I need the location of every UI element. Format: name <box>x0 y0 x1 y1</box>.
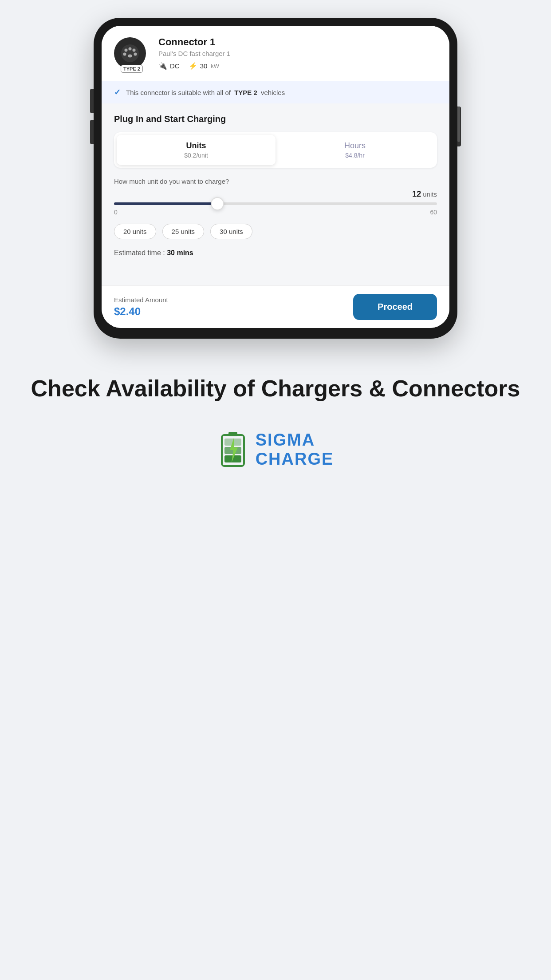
svg-point-3 <box>123 53 126 56</box>
tab-units[interactable]: Units $0.2/unit <box>117 135 276 165</box>
logo: SIGMA CHARGE <box>217 430 334 470</box>
connector-svg-icon <box>120 43 140 63</box>
svg-point-4 <box>134 53 137 56</box>
compat-after: vehicles <box>261 89 285 96</box>
compat-banner: ✓ This connector is suitable with all of… <box>102 81 449 103</box>
phone-screen: TYPE 2 Connector 1 Paul's DC fast charge… <box>102 26 449 328</box>
connector-name: Connector 1 <box>158 36 437 48</box>
bottom-bar: Estimated Amount $2.40 Proceed <box>102 285 449 328</box>
power-value: 30 <box>200 62 208 70</box>
slider-question: How much unit do you want to charge? <box>114 178 437 185</box>
phone-mockup: TYPE 2 Connector 1 Paul's DC fast charge… <box>94 18 457 339</box>
slider-value-row: 12 units <box>114 190 437 199</box>
spec-power: ⚡ 30 kW <box>189 62 219 70</box>
est-time-value: 30 mins <box>167 249 193 257</box>
range-max: 60 <box>430 209 437 216</box>
side-button-left-1 <box>90 89 94 113</box>
chip-20[interactable]: 20 units <box>114 224 156 239</box>
quick-chips: 20 units 25 units 30 units <box>114 224 437 239</box>
estimated-time: Estimated time : 30 mins <box>114 249 437 257</box>
tab-hours-price: $4.8/hr <box>280 152 430 159</box>
type-badge: TYPE 2 <box>121 65 143 73</box>
est-time-prefix: Estimated time : <box>114 249 167 257</box>
amount-section: Estimated Amount $2.40 <box>114 296 168 318</box>
connector-specs: 🔌 DC ⚡ 30 kW <box>158 62 437 70</box>
slider-range-row: 0 60 <box>114 209 437 216</box>
tab-units-price: $0.2/unit <box>121 152 271 159</box>
power-unit: kW <box>211 63 219 69</box>
svg-point-5 <box>129 47 132 51</box>
screen-content: TYPE 2 Connector 1 Paul's DC fast charge… <box>102 26 449 328</box>
lightning-icon: ⚡ <box>189 62 197 70</box>
svg-point-2 <box>133 49 136 52</box>
headline: Check Availability of Chargers & Connect… <box>31 374 520 403</box>
compat-text: This connector is suitable with all of T… <box>126 89 285 96</box>
amount-value: $2.40 <box>114 305 168 318</box>
slider-value: 12 <box>412 190 421 199</box>
compat-before: This connector is suitable with all of <box>126 89 231 96</box>
svg-point-1 <box>125 49 128 52</box>
tab-hours[interactable]: Hours $4.8/hr <box>276 135 434 165</box>
slider-thumb[interactable] <box>211 197 224 210</box>
dc-label: DC <box>170 62 180 70</box>
logo-text: SIGMA CHARGE <box>256 431 334 469</box>
side-button-left-2 <box>90 120 94 144</box>
proceed-button[interactable]: Proceed <box>353 294 437 320</box>
dc-icon: 🔌 <box>158 62 167 70</box>
side-button-right <box>457 107 461 146</box>
tab-units-label: Units <box>121 141 271 150</box>
spec-dc: 🔌 DC <box>158 62 180 70</box>
range-min: 0 <box>114 209 118 216</box>
logo-sigma: SIGMA <box>256 431 315 450</box>
logo-battery-icon <box>217 430 248 470</box>
connector-subtitle: Paul's DC fast charger 1 <box>158 50 437 57</box>
charge-tabs: Units $0.2/unit Hours $4.8/hr <box>114 132 437 168</box>
plugin-title: Plug In and Start Charging <box>114 114 437 124</box>
svg-rect-8 <box>228 432 237 436</box>
connector-card: TYPE 2 Connector 1 Paul's DC fast charge… <box>102 26 449 81</box>
connector-icon-wrap: TYPE 2 <box>114 37 150 69</box>
spacer <box>102 268 449 285</box>
tab-hours-label: Hours <box>280 141 430 150</box>
chip-30[interactable]: 30 units <box>210 224 252 239</box>
slider-track <box>114 202 437 205</box>
plugin-section: Plug In and Start Charging Units $0.2/un… <box>102 103 449 268</box>
slider-track-wrap[interactable] <box>114 202 437 205</box>
compat-type: TYPE 2 <box>234 89 257 96</box>
chip-25[interactable]: 25 units <box>162 224 205 239</box>
below-section: Check Availability of Chargers & Connect… <box>4 339 547 496</box>
slider-unit: units <box>423 190 437 198</box>
svg-point-6 <box>128 55 132 58</box>
connector-info: Connector 1 Paul's DC fast charger 1 🔌 D… <box>158 36 437 70</box>
amount-label: Estimated Amount <box>114 296 168 304</box>
check-icon: ✓ <box>114 87 121 97</box>
slider-fill <box>114 202 217 205</box>
logo-charge: CHARGE <box>256 450 334 469</box>
